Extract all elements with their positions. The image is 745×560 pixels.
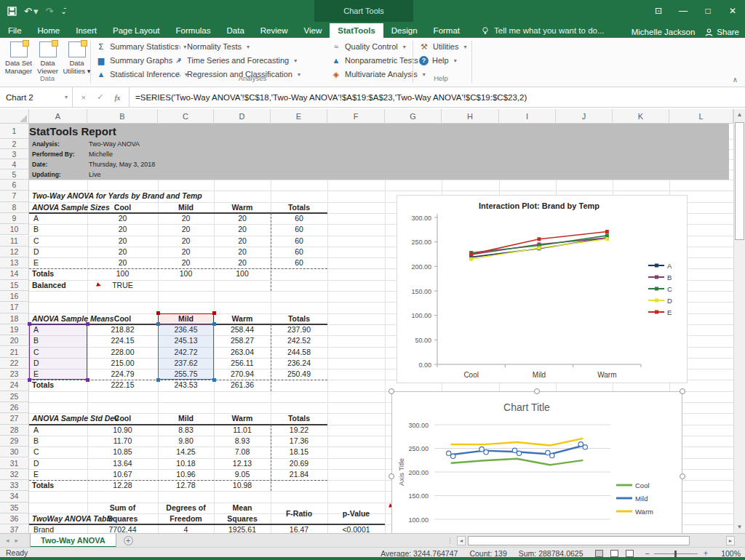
row-header-17[interactable]: 17 [0, 302, 29, 313]
utilities-button[interactable]: ⚒Utilities▾ [419, 41, 466, 52]
cell-A14[interactable]: Totals [29, 268, 87, 279]
row-header-20[interactable]: 20 [0, 335, 29, 346]
column-header-d[interactable]: D [214, 109, 271, 124]
cell-C11[interactable]: 20 [158, 236, 214, 247]
column-header-h[interactable]: H [442, 109, 499, 124]
column-header-g[interactable]: G [385, 109, 442, 124]
column-header-k[interactable]: K [613, 109, 669, 124]
redo-icon[interactable]: ↷ [45, 6, 53, 17]
row-header-19[interactable]: 19 [0, 324, 29, 335]
scroll-up-icon[interactable]: ▲ [734, 109, 745, 121]
undo-icon[interactable]: ↶▾ [24, 6, 38, 17]
cell-B14[interactable]: 100 [87, 268, 158, 279]
row-header-27[interactable]: 27 [0, 413, 29, 424]
cell-B8[interactable]: Cool [87, 202, 158, 213]
page-break-view-icon[interactable] [626, 550, 634, 557]
normal-view-icon[interactable] [595, 550, 603, 557]
column-header-b[interactable]: B [87, 109, 158, 124]
selection-handle[interactable] [212, 322, 216, 326]
cell-A15[interactable]: Balanced [29, 280, 87, 291]
cell-B37[interactable]: 7702.44 [87, 524, 158, 533]
cell-A33[interactable]: Totals [29, 480, 87, 491]
cell-C35[interactable]: Degrees of [158, 503, 214, 513]
cell-C29[interactable]: 9.80 [158, 436, 214, 447]
row-header-32[interactable]: 32 [0, 469, 29, 480]
cell-A10[interactable]: B [29, 224, 87, 235]
normality-tests-button[interactable]: ∩Normality Tests▾ [173, 41, 300, 52]
ribbon-display-options-icon[interactable]: ⊡ [646, 0, 671, 22]
row-header-25[interactable]: 25 [0, 391, 29, 402]
range-selection[interactable] [158, 324, 214, 380]
scroll-down-icon[interactable]: ▼ [734, 521, 745, 533]
chart-selection-handle[interactable] [534, 388, 540, 394]
cell-A36[interactable]: TwoWay ANOVA Table [29, 513, 87, 524]
row-header-21[interactable]: 21 [0, 347, 29, 358]
cell-B13[interactable]: 20 [87, 257, 158, 268]
cell-D23[interactable]: 270.94 [214, 369, 271, 380]
sheet-nav-arrows[interactable]: ◂▸ [0, 537, 30, 544]
sheet-tab-two-way-anova[interactable]: Two-Way ANOVA [30, 534, 116, 548]
cell-D9[interactable]: 20 [214, 213, 271, 224]
cell-D10[interactable]: 20 [214, 224, 271, 235]
minimize-button[interactable]: — [671, 0, 696, 22]
cell-E8[interactable]: Totals [271, 202, 327, 213]
cell-D36[interactable]: Squares [214, 513, 271, 524]
cell-B31[interactable]: 13.64 [87, 458, 158, 469]
vertical-scroll-thumb[interactable] [735, 122, 744, 240]
cell-D31[interactable]: 12.13 [214, 458, 271, 469]
column-header-f[interactable]: F [327, 109, 385, 124]
tab-stattools[interactable]: StatTools [330, 23, 383, 38]
cell-C31[interactable]: 10.18 [158, 458, 214, 469]
cell-A4[interactable]: Date: [29, 159, 87, 169]
cell-A28[interactable]: A [29, 425, 87, 436]
tab-insert[interactable]: Insert [68, 23, 105, 38]
cell-B19[interactable]: 218.82 [87, 324, 158, 335]
cell-B32[interactable]: 10.67 [87, 469, 158, 480]
cell-E32[interactable]: 21.84 [271, 469, 327, 480]
cell-C27[interactable]: Mild [158, 413, 214, 424]
row-header-2[interactable]: 2 [0, 139, 29, 149]
cell-C28[interactable]: 8.83 [158, 425, 214, 436]
cell-B24[interactable]: 222.15 [87, 380, 158, 391]
time-series-and-forecasting-button[interactable]: ↗Time Series and Forecasting▾ [173, 55, 300, 66]
new-sheet-icon[interactable]: + [124, 536, 133, 545]
cell-D29[interactable]: 8.93 [214, 436, 271, 447]
row-header-26[interactable]: 26 [0, 402, 29, 413]
tab-file[interactable]: File [0, 23, 30, 38]
cell-A8[interactable]: ANOVA Sample Sizes [29, 202, 87, 213]
cell-E13[interactable]: 60 [271, 257, 327, 268]
row-header-8[interactable]: 8 [0, 202, 29, 213]
help-button[interactable]: ?Help▾ [419, 55, 466, 66]
cell-B11[interactable]: 20 [87, 236, 158, 247]
maximize-button[interactable]: □ [696, 0, 720, 22]
name-box-caret-icon[interactable]: ▾ [65, 94, 68, 100]
row-header-16[interactable]: 16 [0, 291, 29, 302]
row-header-10[interactable]: 10 [0, 224, 29, 235]
row-header-1[interactable]: 1 [0, 124, 29, 139]
scroll-right-icon[interactable]: ► [726, 536, 735, 545]
cell-C10[interactable]: 20 [158, 224, 214, 235]
cell-D24[interactable]: 261.36 [214, 380, 271, 391]
chart-selection-handle[interactable] [389, 388, 394, 394]
cell-D20[interactable]: 258.27 [214, 335, 271, 346]
range-selection[interactable] [29, 324, 87, 380]
cell-D21[interactable]: 263.04 [214, 347, 271, 358]
cell-E29[interactable]: 17.36 [271, 436, 327, 447]
row-header-18[interactable]: 18 [0, 313, 29, 324]
cell-A3[interactable]: Performed By: [29, 149, 87, 159]
cell-E19[interactable]: 237.90 [271, 324, 327, 335]
sheet-grid[interactable]: 1234567891011121314151617181920212223242… [0, 124, 733, 533]
selection-handle[interactable] [28, 322, 31, 326]
close-button[interactable]: ✕ [720, 0, 745, 22]
column-header-j[interactable]: J [556, 109, 613, 124]
cell-B23[interactable]: 224.79 [87, 369, 158, 380]
scroll-left-icon[interactable]: ◄ [457, 536, 466, 545]
cell-C32[interactable]: 10.96 [158, 469, 214, 480]
cell-B10[interactable]: 20 [87, 224, 158, 235]
cell-E9[interactable]: 60 [271, 213, 327, 224]
cell-B36[interactable]: Squares [87, 513, 158, 524]
cell-B29[interactable]: 11.70 [87, 436, 158, 447]
data-utilities-button[interactable]: Data Utilities ▾ [63, 40, 91, 76]
cell-B18[interactable]: Cool [87, 313, 158, 324]
selection-handle[interactable] [28, 378, 31, 382]
